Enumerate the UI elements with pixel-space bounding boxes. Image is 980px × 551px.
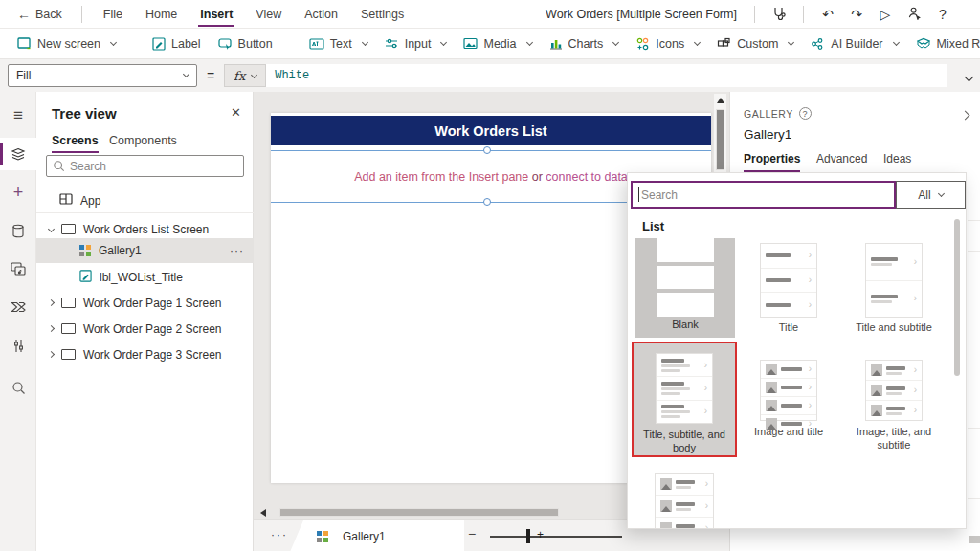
connect-to-data-link[interactable]: connect to data: [546, 170, 627, 184]
control-type-label: GALLERY ?: [744, 107, 812, 120]
tree-item-label[interactable]: lbl_WOList_Title: [36, 265, 254, 289]
chevron-down-icon: [525, 38, 532, 45]
layout-tile-blank[interactable]: Blank: [635, 238, 735, 338]
tab-components[interactable]: Components: [109, 134, 177, 147]
selected-control-tab[interactable]: Gallery1: [290, 520, 464, 551]
formula-input[interactable]: White: [266, 64, 947, 87]
tree-search-box[interactable]: [46, 155, 244, 177]
left-navigation-rail: ≡ +: [0, 92, 36, 551]
collapse-panel-chevron[interactable]: [957, 105, 969, 122]
icons-dropdown[interactable]: Icons: [635, 37, 700, 51]
flyout-scrollbar[interactable]: [954, 219, 960, 376]
scrollbar-thumb[interactable]: [279, 508, 559, 517]
menu-insert[interactable]: Insert: [189, 0, 244, 29]
tree-item-screen-2[interactable]: Work Order Page 1 Screen: [36, 291, 254, 315]
media-dropdown[interactable]: Media: [463, 37, 531, 51]
chevron-down-icon: [612, 38, 619, 45]
menu-action[interactable]: Action: [293, 0, 349, 29]
tree-item-gallery1[interactable]: Gallery1 ···: [36, 238, 254, 263]
tree-search-input[interactable]: [70, 160, 223, 173]
screen-icon: [61, 323, 76, 334]
tree-item-app[interactable]: App: [36, 188, 254, 212]
layout-search-input[interactable]: [641, 188, 871, 202]
divider: [968, 251, 980, 252]
scroll-left-arrow[interactable]: [260, 509, 266, 517]
data-rail-icon[interactable]: [0, 214, 36, 247]
powerapps-studio: ← Back File Home Insert View Action Sett…: [0, 0, 980, 551]
zoom-out-button[interactable]: −: [468, 526, 476, 541]
back-label: Back: [35, 8, 62, 21]
panel-scrollbar[interactable]: [969, 536, 980, 543]
menu-home[interactable]: Home: [134, 0, 189, 29]
button-button[interactable]: Button: [218, 37, 273, 51]
hamburger-menu-icon[interactable]: ≡: [0, 99, 36, 132]
tree-item-screen-4[interactable]: Work Order Page 3 Screen: [36, 342, 254, 366]
back-button[interactable]: ← Back: [0, 7, 72, 22]
layout-filter-dropdown[interactable]: All: [896, 181, 966, 209]
divider: [803, 6, 804, 23]
menu-file[interactable]: File: [92, 0, 134, 29]
redo-icon[interactable]: ↷: [842, 7, 871, 22]
play-preview-icon[interactable]: ▷: [871, 7, 900, 22]
menu-settings[interactable]: Settings: [349, 0, 415, 29]
property-selector[interactable]: Fill: [8, 64, 197, 87]
tree-item-screen-3[interactable]: Work Order Page 2 Screen: [36, 317, 254, 341]
chevron-expanded-icon: [46, 227, 56, 231]
undo-icon[interactable]: ↶: [813, 7, 842, 22]
chevron-down-icon: [892, 38, 899, 45]
gallery-icon: [317, 531, 328, 542]
app-checker-icon[interactable]: [765, 6, 793, 24]
gallery-resize-handle-bottom[interactable]: [483, 198, 491, 206]
zoom-slider-handle[interactable]: [526, 529, 530, 543]
tab-properties[interactable]: Properties: [744, 152, 800, 165]
power-automate-rail-icon[interactable]: [0, 291, 36, 323]
layout-tile-title-subtitle-body-selected[interactable]: › › › Title, subtitle, and body: [632, 342, 737, 457]
media-rail-icon[interactable]: [0, 253, 36, 285]
custom-dropdown[interactable]: Custom: [717, 37, 793, 51]
advanced-tools-rail-icon[interactable]: [0, 329, 36, 362]
close-icon[interactable]: ✕: [231, 105, 241, 120]
tab-screens[interactable]: Screens: [52, 134, 99, 147]
chevron-down-icon: [694, 38, 701, 45]
tab-advanced[interactable]: Advanced: [816, 152, 867, 165]
zoom-in-button[interactable]: +: [537, 528, 544, 541]
chevron-down-icon: [440, 38, 447, 45]
scrollbar-thumb[interactable]: [716, 109, 724, 170]
help-button[interactable]: ?: [928, 7, 957, 22]
tree-view-rail-icon[interactable]: [0, 138, 36, 170]
ai-builder-dropdown[interactable]: AI Builder: [811, 37, 898, 51]
charts-dropdown[interactable]: Charts: [549, 37, 619, 51]
text-dropdown[interactable]: Text: [309, 37, 368, 51]
gallery-icon: [79, 245, 91, 256]
tree-view-title: Tree view: [52, 105, 117, 121]
equals-sign: =: [207, 68, 214, 83]
fx-button[interactable]: fx: [224, 64, 266, 87]
mixed-reality-dropdown[interactable]: Mixed Reality: [916, 37, 980, 51]
screen-title-label[interactable]: Work Orders List: [271, 116, 711, 145]
item-ellipsis-menu[interactable]: ···: [230, 244, 244, 257]
share-user-icon[interactable]: [900, 6, 928, 23]
gallery-resize-handle-top[interactable]: [483, 146, 491, 154]
input-dropdown[interactable]: Input: [385, 37, 447, 51]
menu-view[interactable]: View: [244, 0, 293, 29]
scroll-up-arrow[interactable]: [717, 98, 724, 103]
tab-ideas[interactable]: Ideas: [883, 152, 911, 165]
zoom-slider-track[interactable]: [490, 536, 622, 538]
divider: [968, 428, 980, 429]
chevron-down-icon: [110, 38, 117, 45]
insert-ribbon: New screen Label Button Text Input Media…: [0, 29, 980, 59]
chevron-collapsed-icon: [46, 326, 56, 331]
image-title-thumbnail: › › › ›: [760, 360, 817, 421]
divider: [754, 6, 755, 23]
help-circle-icon[interactable]: ?: [799, 107, 812, 120]
formula-expand-chevron[interactable]: [961, 67, 972, 84]
insert-rail-icon[interactable]: +: [0, 176, 36, 209]
new-screen-button[interactable]: New screen: [17, 37, 116, 51]
label-button[interactable]: Label: [152, 37, 201, 51]
text-cursor: [638, 187, 639, 202]
search-rail-icon[interactable]: [0, 371, 36, 404]
screen-list-ellipsis[interactable]: ···: [271, 528, 288, 541]
chevron-down-icon: [788, 38, 794, 45]
layout-search-box[interactable]: [631, 181, 896, 209]
image-title-subtitle-thumbnail: › › ›: [865, 360, 923, 421]
